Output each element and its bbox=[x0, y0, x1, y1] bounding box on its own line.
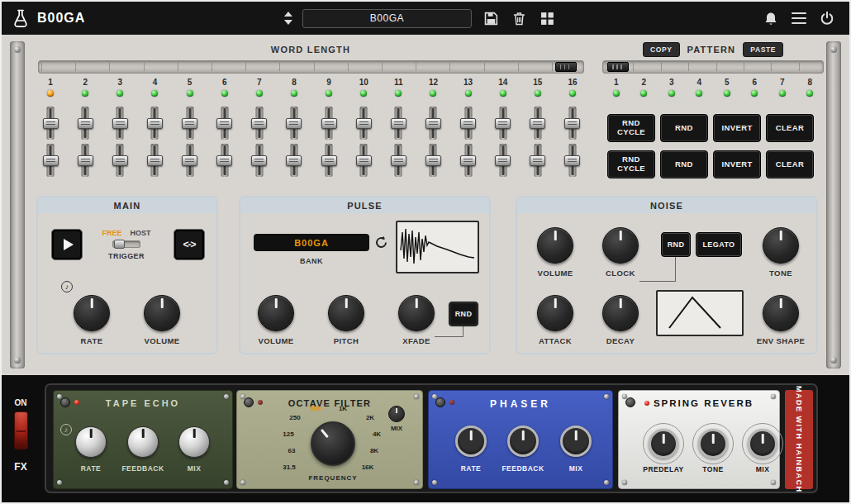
pattern-slider-handle[interactable] bbox=[607, 62, 629, 72]
xfade-knob-dial[interactable] bbox=[398, 295, 435, 331]
step-slider-r1-3[interactable] bbox=[112, 107, 128, 140]
slider-handle[interactable] bbox=[216, 118, 232, 129]
pulse-volume-knob-dial[interactable] bbox=[258, 295, 294, 331]
env-shape-knob-dial[interactable] bbox=[763, 295, 799, 331]
pitch-knob[interactable]: PITCH bbox=[313, 295, 379, 345]
step-slider-r2-8[interactable] bbox=[286, 144, 302, 177]
rate-knob[interactable]: RATE bbox=[59, 295, 125, 345]
pattern-paste-button[interactable]: PASTE bbox=[743, 42, 783, 57]
step-slider-r1-11[interactable] bbox=[390, 107, 406, 140]
filter-mix-knob[interactable] bbox=[388, 406, 405, 422]
tone-knob[interactable]: TONE bbox=[748, 227, 814, 278]
slider-handle[interactable] bbox=[112, 155, 128, 166]
slider-handle[interactable] bbox=[530, 155, 545, 166]
slider-handle[interactable] bbox=[564, 155, 580, 166]
phaser-feedback-knob-dial[interactable] bbox=[507, 426, 539, 457]
step-slider-r2-14[interactable] bbox=[495, 144, 511, 177]
pattern-invert-button-row2[interactable]: INVERT bbox=[713, 150, 761, 178]
word-length-slider[interactable] bbox=[38, 60, 584, 74]
tone-knob-dial[interactable] bbox=[763, 227, 799, 264]
step-slider-r2-1[interactable] bbox=[42, 144, 59, 177]
slider-handle[interactable] bbox=[495, 118, 511, 129]
save-preset-button[interactable] bbox=[482, 9, 500, 27]
slider-handle[interactable] bbox=[251, 118, 267, 129]
step-slider-r2-11[interactable] bbox=[390, 144, 406, 177]
preset-browser-button[interactable] bbox=[538, 9, 556, 27]
tape-mix-knob[interactable] bbox=[161, 426, 227, 458]
slider-handle[interactable] bbox=[530, 118, 545, 129]
slider-handle[interactable] bbox=[460, 118, 476, 129]
slider-handle[interactable] bbox=[78, 155, 93, 166]
step-slider-r1-1[interactable] bbox=[42, 107, 59, 140]
play-button[interactable] bbox=[51, 229, 83, 260]
reverb-tone-knob-dial[interactable] bbox=[698, 429, 728, 459]
step-slider-r1-2[interactable] bbox=[77, 107, 93, 140]
reverb-mix-knob-dial[interactable] bbox=[748, 429, 777, 459]
reload-bank-icon[interactable] bbox=[374, 235, 388, 253]
pitch-knob-dial[interactable] bbox=[328, 295, 364, 331]
step-slider-r2-5[interactable] bbox=[182, 144, 198, 177]
step-slider-r2-4[interactable] bbox=[146, 144, 163, 177]
volume-knob-dial[interactable] bbox=[144, 295, 180, 331]
tape-rate-knob-dial[interactable] bbox=[75, 426, 107, 458]
step-slider-r2-7[interactable] bbox=[251, 144, 268, 177]
note-icon[interactable]: ♪ bbox=[61, 281, 73, 292]
step-slider-r2-9[interactable] bbox=[321, 144, 337, 177]
power-button[interactable] bbox=[818, 9, 836, 27]
step-slider-r2-15[interactable] bbox=[530, 144, 546, 177]
slider-handle[interactable] bbox=[564, 118, 580, 129]
pulse-rnd-button[interactable]: RND bbox=[449, 302, 478, 326]
noise-volume-knob-dial[interactable] bbox=[537, 227, 573, 264]
phaser-rate-knob-dial[interactable] bbox=[455, 426, 487, 457]
delete-preset-button[interactable] bbox=[510, 9, 528, 27]
pattern-clear-button-row1[interactable]: CLEAR bbox=[766, 114, 814, 142]
pattern-clear-button-row2[interactable]: CLEAR bbox=[766, 150, 814, 178]
preset-display[interactable]: B00GA bbox=[302, 9, 472, 28]
step-slider-r1-6[interactable] bbox=[216, 107, 233, 140]
slider-handle[interactable] bbox=[43, 118, 59, 129]
step-slider-r1-12[interactable] bbox=[425, 107, 441, 140]
decay-knob[interactable]: DECAY bbox=[587, 295, 654, 345]
step-slider-r2-13[interactable] bbox=[460, 144, 477, 177]
slider-handle[interactable] bbox=[112, 118, 128, 129]
predelay-knob-dial[interactable] bbox=[649, 429, 678, 459]
slider-handle[interactable] bbox=[147, 118, 163, 129]
step-slider-r2-3[interactable] bbox=[112, 144, 128, 177]
notification-bell-icon[interactable] bbox=[762, 9, 780, 27]
slider-handle[interactable] bbox=[182, 155, 197, 166]
tape-mix-knob-dial[interactable] bbox=[178, 426, 210, 458]
trigger-toggle[interactable] bbox=[112, 240, 140, 248]
slider-handle[interactable] bbox=[251, 155, 267, 166]
bank-display[interactable]: B00GA bbox=[254, 234, 369, 251]
noise-volume-knob[interactable]: VOLUME bbox=[522, 227, 588, 278]
phaser-mix-knob[interactable] bbox=[543, 426, 609, 457]
pattern-rnd-button-row2[interactable]: RND bbox=[660, 150, 708, 178]
volume-knob[interactable]: VOLUME bbox=[129, 295, 195, 345]
slider-handle[interactable] bbox=[321, 155, 337, 166]
env-shape-knob[interactable]: ENV SHAPE bbox=[748, 295, 814, 345]
pattern-invert-button-row1[interactable]: INVERT bbox=[713, 114, 761, 142]
word-length-slider-handle[interactable] bbox=[555, 62, 577, 72]
slider-handle[interactable] bbox=[426, 155, 441, 166]
slider-handle[interactable] bbox=[426, 118, 441, 129]
pattern-rnd-button-row1[interactable]: RND bbox=[660, 114, 708, 142]
pattern-copy-button[interactable]: COPY bbox=[643, 42, 680, 57]
preset-next-icon[interactable] bbox=[284, 20, 292, 25]
menu-icon[interactable] bbox=[792, 12, 806, 25]
slider-handle[interactable] bbox=[391, 155, 406, 166]
slider-handle[interactable] bbox=[460, 155, 476, 166]
fx-on-toggle[interactable] bbox=[14, 411, 28, 449]
step-slider-r1-5[interactable] bbox=[182, 107, 198, 140]
slider-handle[interactable] bbox=[495, 155, 511, 166]
step-slider-r2-10[interactable] bbox=[355, 144, 372, 177]
rate-knob-dial[interactable] bbox=[74, 295, 110, 331]
slider-handle[interactable] bbox=[286, 155, 302, 166]
tape-feedback-knob-dial[interactable] bbox=[127, 426, 159, 458]
noise-rnd-button[interactable]: RND bbox=[661, 232, 691, 257]
pattern-length-slider[interactable] bbox=[602, 60, 824, 74]
slider-handle[interactable] bbox=[78, 118, 93, 129]
trigger-host-label[interactable]: HOST bbox=[131, 229, 151, 237]
attack-knob[interactable]: ATTACK bbox=[522, 295, 588, 345]
step-slider-r1-15[interactable] bbox=[530, 107, 546, 140]
step-slider-r1-14[interactable] bbox=[495, 107, 511, 140]
